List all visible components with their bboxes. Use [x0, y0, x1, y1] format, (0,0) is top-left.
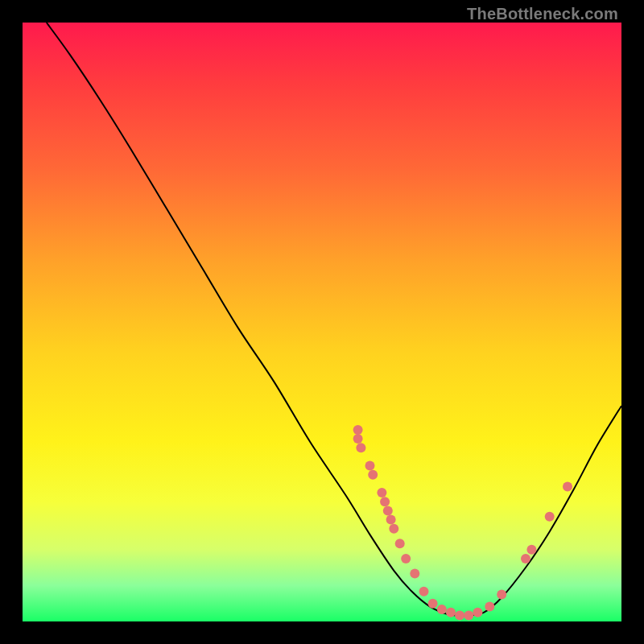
scatter-point: [446, 608, 456, 617]
scatter-point: [526, 545, 536, 555]
scatter-point: [410, 569, 419, 579]
scatter-point: [353, 425, 363, 435]
scatter-point: [377, 488, 386, 497]
scatter-point: [383, 506, 393, 515]
scatter-point: [455, 611, 464, 621]
scatter-point: [437, 605, 447, 614]
chart-svg: [23, 23, 621, 621]
bottleneck-curve: [47, 23, 621, 616]
scatter-point: [563, 482, 572, 492]
scatter-point: [545, 512, 555, 522]
scatter-point: [356, 443, 365, 452]
scatter-point: [386, 515, 396, 525]
scatter-point: [473, 608, 482, 617]
scatter-point: [419, 587, 429, 597]
chart-plot-area: [23, 23, 621, 621]
scatter-point: [521, 554, 530, 564]
scatter-point: [464, 611, 473, 621]
scatter-points-group: [353, 425, 572, 621]
watermark-text: TheBottleneck.com: [467, 5, 618, 23]
scatter-point: [428, 599, 438, 609]
scatter-point: [368, 470, 378, 480]
scatter-point: [395, 539, 405, 548]
scatter-point: [401, 554, 411, 564]
scatter-point: [353, 434, 363, 444]
scatter-point: [497, 590, 506, 600]
scatter-point: [380, 497, 390, 506]
scatter-point: [365, 461, 375, 471]
scatter-point: [389, 524, 398, 534]
scatter-point: [485, 601, 494, 611]
